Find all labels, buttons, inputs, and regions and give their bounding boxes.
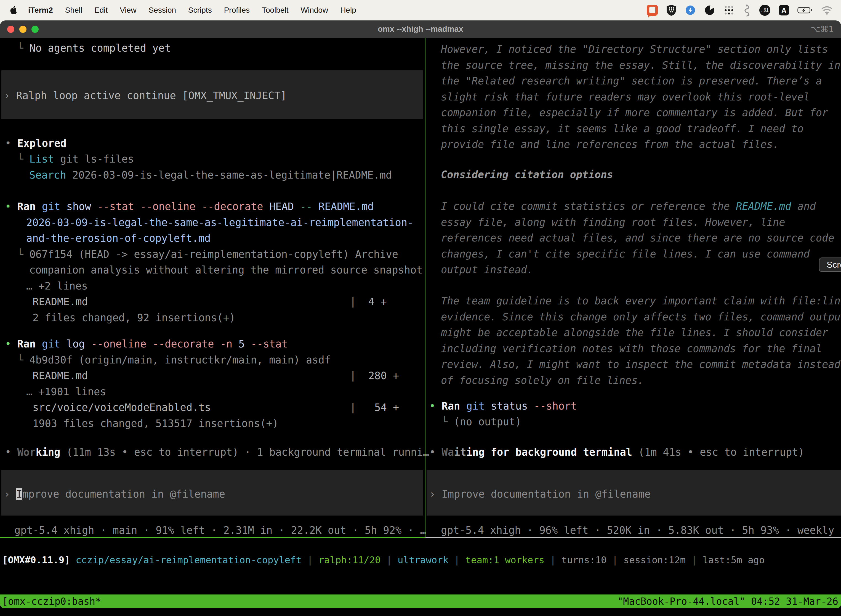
keyboard-a-icon[interactable]: A xyxy=(779,5,789,15)
shutter-icon[interactable] xyxy=(704,5,715,16)
menu-item-profiles[interactable]: Profiles xyxy=(224,6,250,15)
omx-status-layer: [OMX#0.11.9] cczip/essay/ai-reimplementa… xyxy=(0,0,841,616)
verified-badge-icon[interactable] xyxy=(685,5,696,16)
dots-grid-icon[interactable] xyxy=(724,5,734,16)
shield-grid-icon[interactable] xyxy=(666,4,677,16)
tmux-window-label[interactable]: [omx-cczip0:bash* xyxy=(2,596,101,607)
wifi-icon[interactable] xyxy=(821,6,833,15)
menu-item-window[interactable]: Window xyxy=(301,6,328,15)
count-badge-label: ..61 xyxy=(761,8,769,13)
menu-item-session[interactable]: Session xyxy=(148,6,176,15)
screen-tooltip-label: Scre xyxy=(827,260,841,270)
menu-item-iterm2[interactable]: iTerm2 xyxy=(28,6,53,15)
message-icon-inner xyxy=(649,7,655,13)
message-icon[interactable] xyxy=(647,5,658,16)
menu-item-shell[interactable]: Shell xyxy=(65,6,82,15)
menubar-status-icons: ..61 A xyxy=(647,4,833,16)
left-pane-bottom-border xyxy=(0,537,425,538)
menu-items: iTerm2ShellEditViewSessionScriptsProfile… xyxy=(28,6,356,15)
screen: iTerm2ShellEditViewSessionScriptsProfile… xyxy=(0,0,841,616)
apple-logo-icon xyxy=(10,6,17,15)
menu-item-edit[interactable]: Edit xyxy=(94,6,108,15)
count-badge-icon[interactable]: ..61 xyxy=(759,5,771,16)
menu-item-help[interactable]: Help xyxy=(340,6,356,15)
a-key-label: A xyxy=(781,6,786,14)
menu-item-toolbelt[interactable]: Toolbelt xyxy=(262,6,289,15)
tmux-host-time: "MacBook-Pro-44.local" 04:52 31-Mar-26 xyxy=(617,596,838,607)
squiggle-icon[interactable] xyxy=(743,4,751,16)
tmux-status-bar: [omx-cczip0:bash* "MacBook-Pro-44.local"… xyxy=(0,594,841,608)
apple-menu-icon[interactable] xyxy=(10,6,17,15)
pane-divider[interactable] xyxy=(425,38,425,538)
screen-tooltip: Scre xyxy=(819,258,841,272)
battery-icon[interactable] xyxy=(797,6,813,14)
menu-bar: iTerm2ShellEditViewSessionScriptsProfile… xyxy=(0,0,841,21)
menu-item-view[interactable]: View xyxy=(120,6,136,15)
right-pane-bottom-border xyxy=(425,537,841,538)
omx-status-line: [OMX#0.11.9] cczip/essay/ai-reimplementa… xyxy=(0,552,841,568)
menu-item-scripts[interactable]: Scripts xyxy=(188,6,212,15)
